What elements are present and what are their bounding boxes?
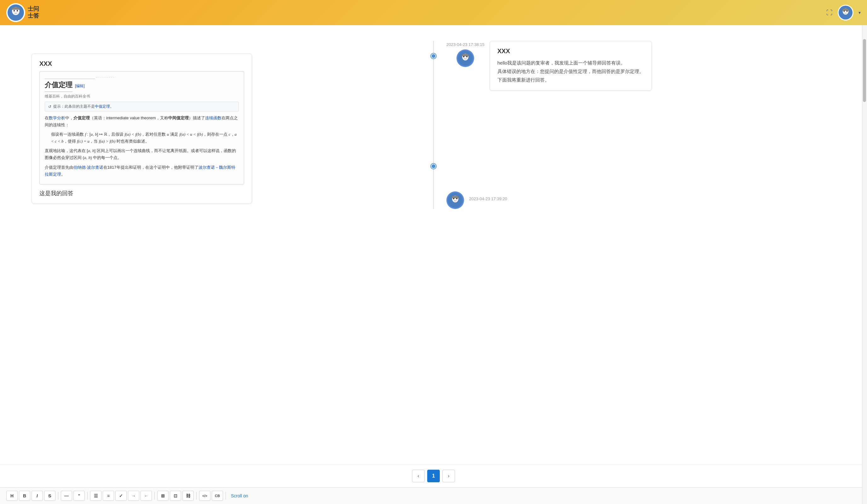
reviewer-bubble: XXX hello我是该问题的复审者，我发现上面一个辅导师回答有误。 具体错误的… xyxy=(490,41,652,91)
svg-point-11 xyxy=(463,56,464,57)
msg2-timestamp: 2023-04-23 17:39:20 xyxy=(469,196,507,201)
timeline-dot-top xyxy=(431,54,436,58)
wiki-p2: 假设有一连续函数 f : [a, b] ↦ ℝ，且假设 f(a) < f(b)，… xyxy=(51,131,239,145)
toolbar-cb-btn[interactable]: CB xyxy=(212,491,223,501)
answer-bubble-title: XXX xyxy=(39,60,244,67)
col-right: 2023-04-23 17:38:15 xyxy=(434,41,835,209)
msg2-avatar xyxy=(447,191,464,209)
reviewer-avatar xyxy=(457,50,474,67)
toolbar-ul-btn[interactable]: ☰ xyxy=(90,491,101,501)
col-left: XXX __________________________ · · · · ·… xyxy=(32,41,433,209)
notice-link[interactable]: 中值定理 xyxy=(95,104,110,109)
logo-line2: 士答 xyxy=(28,13,39,20)
reviewer-timestamp: 2023-04-23 17:38:15 xyxy=(447,42,484,47)
prev-page-btn[interactable]: ‹ xyxy=(412,470,425,482)
wiki-p3: 直观地比喻，这代表在 [a, b] 区间上可以画出一个连续曲线，而不让笔离开纸面… xyxy=(45,147,239,161)
toolbar-ol-btn[interactable]: ≡ xyxy=(103,491,114,501)
toolbar-sep-3 xyxy=(154,492,155,500)
dropdown-arrow[interactable]: ▾ xyxy=(858,10,861,15)
pagination: ‹ 1 › xyxy=(0,464,867,487)
conversation-area: XXX __________________________ · · · · ·… xyxy=(0,25,867,464)
wiki-title-row: 介值定理 [编辑] xyxy=(45,80,239,94)
next-page-btn[interactable]: › xyxy=(442,470,455,482)
svg-point-3 xyxy=(13,10,15,11)
toolbar-code-btn[interactable]: </> xyxy=(199,491,211,501)
svg-point-15 xyxy=(453,198,454,199)
header-avatar[interactable] xyxy=(838,5,854,21)
toolbar-i-btn[interactable]: I xyxy=(32,491,43,501)
reviewer-line1: hello我是该问题的复审者，我发现上面一个辅导师回答有误。 xyxy=(497,60,626,65)
toolbar-image-btn[interactable]: ⊡ xyxy=(170,491,181,501)
wiki-body: 在数学分析中，介值定理（英语：intermediate value theore… xyxy=(45,114,239,178)
toolbar: H B I S — " ☰ ≡ ✓ → ← ⊞ ⊡ ⛓ </> CB Scrol… xyxy=(0,487,867,504)
center-timeline xyxy=(433,41,434,209)
toolbar-hr-btn[interactable]: — xyxy=(61,491,72,501)
scroll-on-btn[interactable]: Scroll on xyxy=(228,492,250,500)
page-1-btn[interactable]: 1 xyxy=(427,470,440,482)
wiki-edit-link[interactable]: [编辑] xyxy=(75,84,85,89)
wiki-source: 维基百科，自由的百科全书 xyxy=(45,94,239,99)
wiki-box: __________________________ · · · · · · ·… xyxy=(39,71,244,185)
toolbar-s-btn[interactable]: S xyxy=(44,491,55,501)
reviewer-line2: 具体错误的地方在：您提问的是介值性定理，而他回答的是罗尔定理。 xyxy=(497,69,644,74)
svg-point-16 xyxy=(456,198,458,199)
main-content: XXX __________________________ · · · · ·… xyxy=(0,25,867,504)
reviewer-bubble-text: hello我是该问题的复审者，我发现上面一个辅导师回答有误。 具体错误的地方在：… xyxy=(497,58,644,84)
wiki-top-bar: __________________________ · · · · · · ·… xyxy=(45,75,239,79)
timeline-dot-mid xyxy=(431,164,436,169)
scrollbar-thumb[interactable] xyxy=(863,39,866,102)
header: 士问 士答 ⛶ ▾ xyxy=(0,0,867,25)
notice-icon: ↺ xyxy=(48,105,51,109)
toolbar-table-btn[interactable]: ⊞ xyxy=(157,491,169,501)
svg-point-8 xyxy=(846,10,848,12)
reviewer-line3: 下面我将重新进行回答。 xyxy=(497,77,549,83)
svg-point-7 xyxy=(844,10,845,12)
toolbar-sep-1 xyxy=(58,492,58,500)
toolbar-link-btn[interactable]: ⛓ xyxy=(182,491,194,501)
toolbar-sep-5 xyxy=(226,492,226,500)
toolbar-outdent-btn[interactable]: ← xyxy=(140,491,152,501)
wiki-article-title: 介值定理 xyxy=(45,80,73,92)
toolbar-b-btn[interactable]: B xyxy=(19,491,30,501)
logo-avatar xyxy=(6,3,25,22)
expand-icon[interactable]: ⛶ xyxy=(826,9,833,17)
toolbar-h-btn[interactable]: H xyxy=(6,491,18,501)
wiki-p4: 介值定理首先由伯纳德·波尔查诺在1817年提出和证明，在这个证明中，他附带证明了… xyxy=(45,164,239,178)
toolbar-quote-btn[interactable]: " xyxy=(73,491,85,501)
wiki-notice: ↺ 提示：此条目的主题不是中值定理。 xyxy=(45,102,239,111)
toolbar-indent-btn[interactable]: → xyxy=(128,491,139,501)
header-right: ⛶ ▾ xyxy=(826,5,861,21)
toolbar-sep-2 xyxy=(87,492,88,500)
right-scrollbar[interactable] xyxy=(862,25,867,504)
svg-point-4 xyxy=(17,10,18,11)
msg2-row: 2023-04-23 17:39:20 xyxy=(447,191,835,209)
reviewer-avatar-col: 2023-04-23 17:38:15 xyxy=(447,41,484,67)
answer-bubble: XXX __________________________ · · · · ·… xyxy=(32,54,252,204)
two-col-layout: XXX __________________________ · · · · ·… xyxy=(13,35,854,215)
answer-text: 这是我的回答 xyxy=(39,189,244,197)
notice-text: 提示：此条目的主题不是中值定理。 xyxy=(53,104,114,109)
logo-line1: 士问 xyxy=(28,6,39,13)
reviewer-bubble-title: XXX xyxy=(497,47,644,55)
reviewer-msg-row: 2023-04-23 17:38:15 xyxy=(447,41,835,91)
toolbar-sep-4 xyxy=(196,492,196,500)
logo-text: 士问 士答 xyxy=(28,6,39,19)
logo: 士问 士答 xyxy=(6,3,39,22)
toolbar-check-btn[interactable]: ✓ xyxy=(115,491,127,501)
wiki-p1: 在数学分析中，介值定理（英语：intermediate value theore… xyxy=(45,114,239,129)
svg-point-12 xyxy=(466,56,468,57)
